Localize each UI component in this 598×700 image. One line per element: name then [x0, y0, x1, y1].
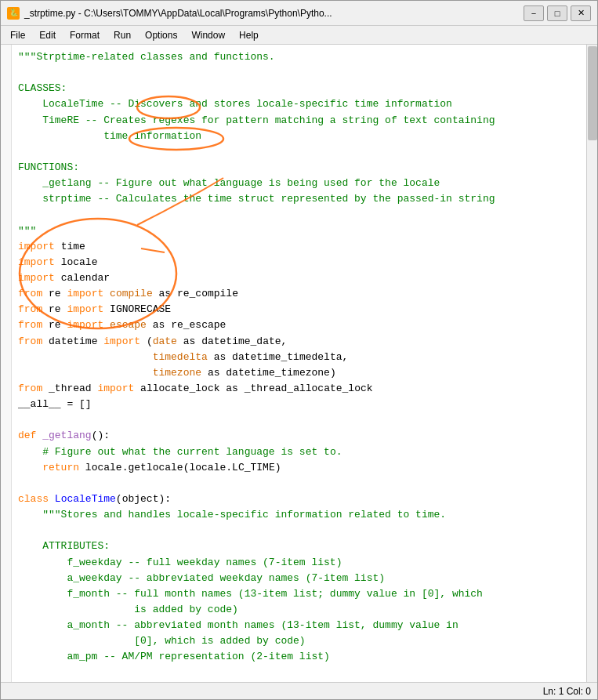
title-bar: 🐍 _strptime.py - C:\Users\TOMMY\AppData\… [1, 1, 597, 26]
close-button[interactable]: ✕ [571, 5, 591, 21]
cursor-position: Ln: 1 Col: 0 [543, 686, 591, 697]
editor-area: """Strptime-related classes and function… [1, 45, 597, 682]
minimize-button[interactable]: − [524, 5, 544, 21]
main-window: 🐍 _strptime.py - C:\Users\TOMMY\AppData\… [0, 0, 598, 700]
app-icon: 🐍 [7, 7, 20, 20]
menu-file[interactable]: File [4, 28, 31, 42]
line-numbers [1, 45, 12, 682]
vertical-scrollbar[interactable] [586, 45, 597, 682]
menu-window[interactable]: Window [185, 28, 231, 42]
menu-edit[interactable]: Edit [33, 28, 62, 42]
window-controls: − □ ✕ [524, 5, 591, 21]
status-bar: Ln: 1 Col: 0 [1, 682, 597, 699]
menu-format[interactable]: Format [63, 28, 106, 42]
menu-run[interactable]: Run [107, 28, 137, 42]
code-content: """Strptime-related classes and function… [18, 49, 580, 665]
menu-bar: File Edit Format Run Options Window Help [1, 26, 597, 45]
code-editor[interactable]: """Strptime-related classes and function… [12, 45, 586, 682]
scrollbar-thumb[interactable] [588, 46, 597, 140]
maximize-button[interactable]: □ [547, 5, 567, 21]
window-title: _strptime.py - C:\Users\TOMMY\AppData\Lo… [24, 8, 524, 19]
menu-options[interactable]: Options [139, 28, 183, 42]
menu-help[interactable]: Help [233, 28, 265, 42]
